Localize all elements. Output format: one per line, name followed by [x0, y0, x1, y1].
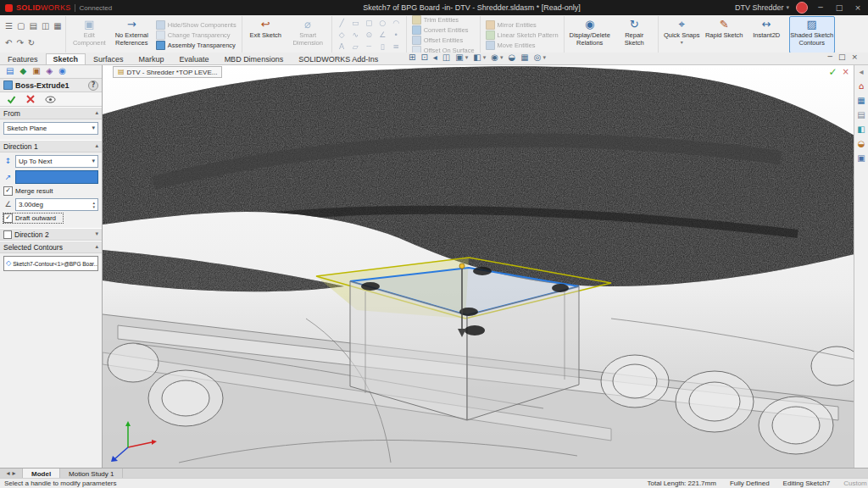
section-view-icon[interactable]: ◫: [442, 53, 450, 62]
doc-minimize-button[interactable]: ─: [828, 53, 832, 61]
construction-line-tool-icon[interactable]: ┄: [363, 42, 376, 53]
edit-component-button[interactable]: ▣ Edit Component: [70, 17, 109, 53]
segment-tool-icon[interactable]: ≡: [390, 42, 403, 53]
status-custom-dropdown[interactable]: Custom ▾: [843, 480, 868, 487]
display-style-icon[interactable]: ◧: [473, 53, 481, 62]
section-direction2-header[interactable]: Direction 2 ▾: [0, 228, 102, 241]
redo-icon[interactable]: ↷: [16, 39, 23, 47]
quick-snaps-button[interactable]: ⌖ Quick Snaps ▾: [662, 17, 702, 53]
print-icon[interactable]: ▦: [53, 22, 61, 30]
arc-tool-icon[interactable]: ◠: [390, 18, 403, 29]
rectangle-tool-icon[interactable]: ▭: [349, 18, 362, 29]
exit-sketch-button[interactable]: ↩ Exit Sketch: [246, 17, 286, 53]
circle-tool-icon[interactable]: ○: [376, 18, 389, 29]
propertymanager-icon[interactable]: ◆: [19, 67, 26, 75]
close-button[interactable]: ×: [852, 4, 864, 12]
trim-entities-button[interactable]: Trim Entities: [410, 15, 476, 25]
doc-restore-button[interactable]: □: [838, 53, 846, 61]
polygon-tool-icon[interactable]: ◇: [336, 30, 348, 41]
configurationmanager-icon[interactable]: ▣: [32, 67, 40, 75]
start-condition-select[interactable]: Sketch Plane ▾: [3, 122, 98, 135]
section-direction1-header[interactable]: Direction 1 ▴: [0, 140, 102, 152]
collapse-task-pane-icon[interactable]: ◂: [859, 68, 863, 76]
spline-tool-icon[interactable]: ∿: [349, 30, 362, 41]
repair-sketch-button[interactable]: ↻ Repair Sketch: [615, 17, 654, 53]
text-tool-icon[interactable]: A: [336, 42, 348, 53]
draft-angle-input[interactable]: 3.00deg ▴▾: [15, 198, 98, 211]
rebuild-icon[interactable]: ↻: [28, 39, 35, 47]
point-tool-icon[interactable]: •: [390, 30, 403, 41]
mirror-entities-button[interactable]: Mirror Entities: [484, 20, 560, 30]
document-tab[interactable]: ▤ DTV - Shredder *TOP LEVE...: [113, 66, 222, 78]
hide-show-components-button[interactable]: Hide/Show Components: [154, 20, 238, 30]
tab-surfaces[interactable]: Surfaces: [86, 53, 131, 64]
ellipse-tool-icon[interactable]: ⊙: [363, 30, 376, 41]
edit-appearance-icon[interactable]: ◒: [508, 53, 515, 62]
no-external-references-button[interactable]: → No External References: [112, 17, 152, 53]
tab-solidworks-add-ins[interactable]: SOLIDWORKS Add-Ins: [291, 53, 386, 64]
plane-tool-icon[interactable]: ▱: [349, 42, 362, 53]
undo-icon[interactable]: ↶: [5, 39, 12, 47]
draft-angle-spinner[interactable]: ▴▾: [92, 201, 95, 209]
hide-show-items-icon[interactable]: ◉: [491, 53, 498, 62]
line-tool-icon[interactable]: ╱: [336, 18, 348, 29]
depth-input[interactable]: [15, 170, 98, 184]
rapid-sketch-button[interactable]: ✎ Rapid Sketch: [704, 17, 744, 53]
preview-eye-icon[interactable]: [45, 96, 56, 103]
custom-properties-icon[interactable]: ▣: [857, 154, 865, 163]
apply-scene-icon[interactable]: ▦: [520, 53, 528, 62]
draft-outward-checkbox[interactable]: ✓ Draft outward: [3, 214, 63, 223]
slot-tool-icon[interactable]: ▢: [363, 18, 376, 29]
draft-icon[interactable]: ∠: [3, 201, 13, 208]
tab-scroll-right-icon[interactable]: ▸: [13, 470, 16, 477]
confirm-corner-ok-icon[interactable]: ✓: [829, 67, 837, 77]
end-condition-select[interactable]: Up To Next ▾: [15, 155, 98, 168]
smart-dimension-button[interactable]: ⌀ Smart Dimension: [288, 17, 328, 53]
minimize-button[interactable]: ─: [815, 4, 826, 12]
selected-contours-list[interactable]: ◇ Sketch7-Contour<1>@BPG Boar...: [3, 256, 98, 271]
tab-evaluate[interactable]: Evaluate: [172, 53, 217, 64]
section-selected-contours-header[interactable]: Selected Contours ▴: [0, 241, 102, 253]
display-delete-relations-button[interactable]: ◉ Display/Delete Relations: [568, 17, 612, 53]
graphics-area[interactable]: ▤ DTV - Shredder *TOP LEVE... ✓ ×: [103, 64, 854, 469]
file-explorer-icon[interactable]: ▤: [857, 111, 865, 119]
ok-button[interactable]: [7, 95, 16, 104]
save-file-icon[interactable]: ◫: [42, 22, 49, 30]
view-orientation-caret-icon[interactable]: ▾: [465, 55, 469, 61]
cancel-button[interactable]: [26, 95, 35, 103]
featuremanager-design-tree-icon[interactable]: ▤: [6, 67, 14, 75]
convert-entities-button[interactable]: Convert Entities: [410, 25, 476, 35]
design-library-icon[interactable]: ▦: [857, 97, 865, 105]
direction2-checkbox[interactable]: [3, 230, 12, 239]
tab-scroll-left-icon[interactable]: ◂: [6, 470, 9, 477]
view-palette-icon[interactable]: ◧: [857, 125, 865, 134]
tab-mbd-dimensions[interactable]: MBD Dimensions: [217, 53, 292, 64]
help-icon[interactable]: ?: [88, 80, 98, 91]
open-file-icon[interactable]: ▤: [29, 22, 36, 30]
view-settings-caret-icon[interactable]: ▾: [542, 55, 546, 61]
view-orientation-icon[interactable]: ▣: [455, 53, 463, 62]
zoom-to-area-icon[interactable]: ⊡: [420, 53, 427, 62]
new-file-icon[interactable]: ▢: [17, 22, 25, 30]
spin-down-icon[interactable]: ▾: [92, 205, 95, 209]
fillet-tool-icon[interactable]: ∠: [376, 30, 389, 41]
dimxpertmanager-icon[interactable]: ◈: [47, 67, 53, 75]
maximize-button[interactable]: □: [833, 4, 845, 12]
appearances-scenes-icon[interactable]: ◒: [858, 140, 865, 148]
change-transparency-button[interactable]: Change Transparency: [154, 30, 238, 40]
avatar[interactable]: [796, 2, 808, 14]
linear-sketch-pattern-button[interactable]: Linear Sketch Pattern: [484, 30, 560, 40]
view-settings-icon[interactable]: ◎: [534, 53, 542, 62]
account-menu[interactable]: DTV Shredder▾: [735, 3, 789, 12]
previous-view-icon[interactable]: ◂: [433, 53, 437, 62]
move-entities-button[interactable]: Move Entities: [484, 41, 560, 50]
offset-entities-button[interactable]: Offset Entities: [410, 36, 476, 45]
reverse-direction-icon[interactable]: ↕: [3, 158, 13, 165]
menu-icon[interactable]: ☰: [5, 22, 13, 30]
displaymanager-icon[interactable]: ◉: [58, 67, 66, 75]
zoom-to-fit-icon[interactable]: ⊞: [409, 53, 415, 62]
instant2d-button[interactable]: ↔ Instant2D: [747, 17, 787, 53]
display-style-caret-icon[interactable]: ▾: [483, 55, 487, 61]
assembly-transparency-button[interactable]: Assembly Transparency: [154, 41, 238, 50]
hide-show-items-caret-icon[interactable]: ▾: [500, 55, 504, 61]
